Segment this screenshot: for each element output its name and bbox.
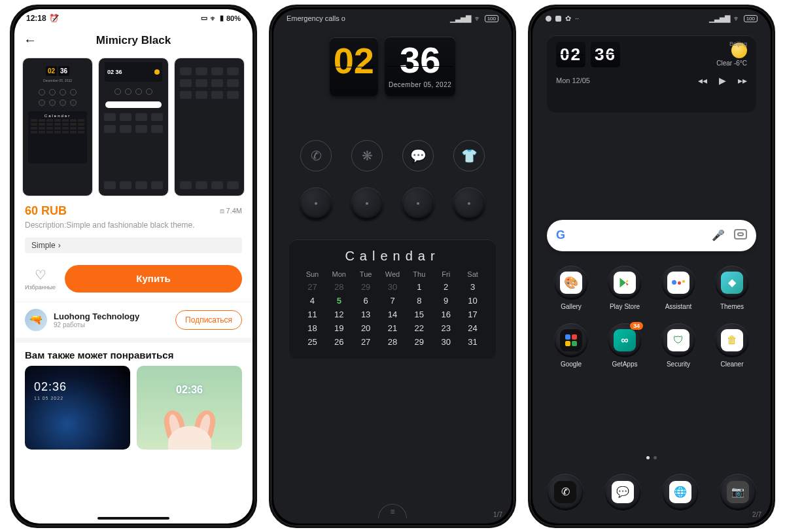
recommendation-2[interactable]: 02:36: [137, 366, 242, 450]
app-getapps[interactable]: ∞34GetApps: [601, 323, 649, 368]
app-label: Gallery: [561, 303, 582, 310]
knob-2[interactable]: [351, 187, 383, 220]
lens-icon[interactable]: [734, 229, 747, 239]
dock-camera[interactable]: 📷: [720, 474, 756, 510]
widget-date: Mon 12/05: [556, 77, 590, 84]
app-security[interactable]: 🛡Security: [654, 323, 703, 368]
google-logo-icon: G: [556, 228, 565, 242]
calendar-cell[interactable]: 6: [353, 296, 379, 306]
calendar-cell[interactable]: 11: [300, 310, 325, 319]
calendar-day-header: Wed: [380, 270, 406, 278]
status-bar: ✿ ·· ▁▃▅▇ ᯤ 100: [532, 14, 771, 23]
calendar-cell[interactable]: 8: [406, 296, 432, 306]
dock-messages[interactable]: 💬: [604, 474, 641, 510]
calendar-cell[interactable]: 31: [460, 337, 485, 347]
app-play-store[interactable]: Play Store: [601, 266, 649, 310]
calendar-cell[interactable]: 17: [460, 310, 485, 319]
dock-browser[interactable]: 🌐: [662, 474, 699, 510]
calendar-cell[interactable]: 2: [433, 282, 459, 292]
recommend-heading: Вам также может понравиться: [14, 343, 253, 366]
subscribe-button[interactable]: Подписаться: [175, 310, 242, 330]
calendar-cell[interactable]: 24: [460, 323, 485, 333]
calendar-cell[interactable]: 15: [406, 310, 432, 319]
calendar-cell[interactable]: 7: [380, 296, 406, 306]
shell-icon[interactable]: ❋: [351, 140, 383, 171]
heart-icon: ♡: [35, 267, 46, 283]
calendar-cell[interactable]: 14: [380, 310, 406, 319]
status-bar: 12:18 ⏰̸ ▭ ᯤ ▮ 80%: [14, 9, 253, 27]
badge: 34: [630, 322, 643, 330]
app-google[interactable]: Google: [547, 323, 595, 368]
calendar-cell[interactable]: 27: [300, 282, 325, 292]
app-assistant[interactable]: Assistant: [654, 266, 703, 310]
media-next-icon[interactable]: ▸▸: [738, 75, 747, 86]
dock-phone[interactable]: ✆: [547, 474, 584, 510]
wifi-icon: ᯤ: [733, 14, 741, 22]
app-cleaner[interactable]: 🗑Cleaner: [708, 323, 756, 368]
calendar-cell[interactable]: 29: [353, 282, 379, 292]
calendar-day-header: Fri: [433, 270, 459, 278]
recommendation-1[interactable]: 02:36 11 05 2022: [25, 366, 130, 450]
app-themes[interactable]: ◆Themes: [708, 266, 756, 310]
tag-chip[interactable]: Simple ›: [25, 238, 242, 253]
preview-2[interactable]: 02 36: [98, 58, 169, 196]
calendar-cell[interactable]: 1: [406, 282, 432, 292]
calendar-title: Calendar: [300, 249, 485, 264]
calendar-cell[interactable]: 29: [406, 337, 432, 347]
calendar-cell[interactable]: 12: [326, 310, 352, 319]
theme-previews[interactable]: 0236 December 05, 2022 Calendar 02 36: [14, 54, 253, 199]
google-search-bar[interactable]: G 🎤: [547, 220, 756, 251]
calendar-cell[interactable]: 19: [326, 323, 352, 333]
app-label: Themes: [720, 303, 744, 310]
calendar-cell[interactable]: 13: [353, 310, 379, 319]
mic-icon[interactable]: 🎤: [712, 229, 725, 241]
gesture-pill[interactable]: [97, 517, 169, 520]
back-button[interactable]: ←: [24, 33, 37, 48]
gear-icon: ✿: [565, 14, 571, 23]
knob-1[interactable]: [300, 187, 332, 220]
calendar-cell[interactable]: 9: [433, 296, 459, 306]
knob-3[interactable]: [402, 187, 434, 220]
preview-3[interactable]: [174, 58, 245, 196]
calendar-widget[interactable]: Calendar SunMonTueWedThuFriSat 272829301…: [289, 239, 496, 359]
media-prev-icon[interactable]: ◂◂: [698, 75, 707, 86]
buy-button[interactable]: Купить: [65, 265, 242, 293]
app-label: Assistant: [665, 303, 692, 310]
app-label: Play Store: [610, 303, 640, 310]
developer-avatar[interactable]: 🔫: [25, 309, 47, 331]
home-handle[interactable]: [378, 504, 407, 518]
page-title: Mimicry Black: [96, 34, 171, 47]
favorites-button[interactable]: ♡ Избранные: [25, 267, 56, 291]
developer-name: Luohong Technology: [54, 311, 169, 321]
calendar-cell[interactable]: 20: [353, 323, 379, 333]
calendar-cell[interactable]: 16: [433, 310, 459, 319]
shirt-icon[interactable]: 👕: [453, 140, 485, 171]
battery-icon: ▮: [220, 14, 224, 22]
calendar-cell[interactable]: 26: [326, 337, 352, 347]
phone-icon[interactable]: ✆: [300, 140, 332, 171]
calendar-cell[interactable]: 23: [433, 323, 459, 333]
more-icon: ··: [575, 14, 579, 22]
calendar-cell[interactable]: 30: [380, 282, 406, 292]
preview-1[interactable]: 0236 December 05, 2022 Calendar: [22, 58, 93, 196]
calendar-cell[interactable]: 27: [353, 337, 379, 347]
calendar-cell[interactable]: 28: [326, 282, 352, 292]
calendar-cell[interactable]: 21: [380, 323, 406, 333]
calendar-cell[interactable]: 5: [326, 296, 352, 306]
phone-frame-lockscreen: Emergency calls o ▁▃▅▇ ᯤ 100 02 36Decemb…: [269, 5, 516, 528]
calendar-cell[interactable]: 30: [433, 337, 459, 347]
app-gallery[interactable]: 🎨Gallery: [547, 266, 595, 310]
battery-pct: 80%: [226, 14, 241, 22]
calendar-cell[interactable]: 18: [300, 323, 325, 333]
clock-weather-widget[interactable]: Beijing 02 36 Clear -6°C Mon 12/05 ◂◂ ▶ …: [547, 35, 756, 113]
calendar-cell[interactable]: 22: [406, 323, 432, 333]
developer-link[interactable]: Luohong Technology 92 работы: [54, 311, 169, 328]
media-play-icon[interactable]: ▶: [719, 75, 726, 86]
calendar-cell[interactable]: 10: [460, 296, 485, 306]
knob-4[interactable]: [453, 187, 485, 220]
messenger-icon[interactable]: 💬: [402, 140, 434, 171]
calendar-cell[interactable]: 25: [300, 337, 325, 347]
calendar-cell[interactable]: 4: [300, 296, 325, 306]
calendar-cell[interactable]: 3: [460, 282, 485, 292]
calendar-cell[interactable]: 28: [380, 337, 406, 347]
